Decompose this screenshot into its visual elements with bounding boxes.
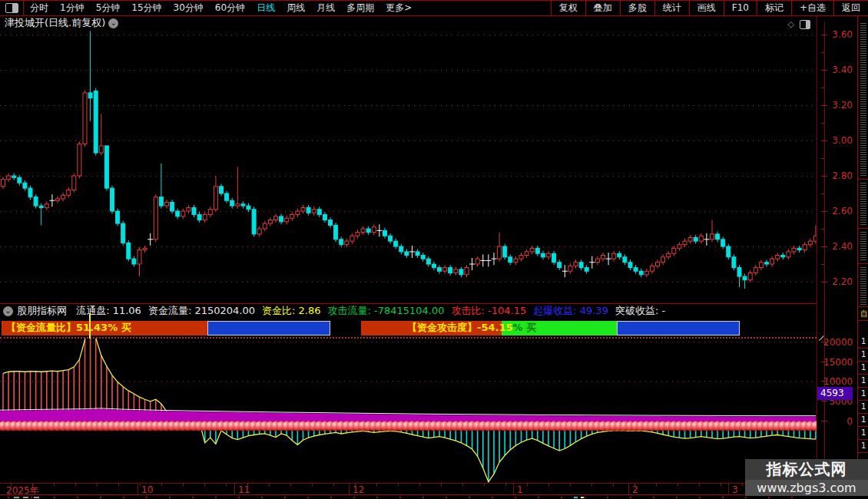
toolbar-period-9[interactable]: 多周期 [346, 2, 374, 15]
price-tick [821, 211, 827, 212]
indicator-field-0: 流通盘: 11.06 [76, 305, 141, 316]
bottom-tick [745, 497, 747, 498]
toolbar-period-0[interactable]: 分时 [30, 2, 48, 15]
toolbar-period-3[interactable]: 15分钟 [131, 2, 161, 15]
bottom-tick [54, 497, 55, 498]
bottom-tick [676, 497, 678, 498]
toolbar-period-2[interactable]: 5分钟 [96, 2, 121, 15]
toolbar-tool-0[interactable]: 复权 [551, 1, 585, 16]
bottom-tick [215, 497, 217, 498]
month-separator [513, 484, 514, 494]
price-tick [821, 35, 827, 35]
date-tick [570, 484, 571, 486]
bottom-tick [722, 497, 724, 498]
toolbar-period-4[interactable]: 30分钟 [174, 2, 204, 15]
bottom-tick [100, 497, 101, 498]
sidebar-separator [858, 361, 868, 362]
date-tick [441, 484, 442, 486]
date-tick [613, 484, 614, 486]
bottom-panel-sliver [0, 494, 868, 499]
toolbar-period-10[interactable]: 更多> [386, 2, 412, 15]
sidebar-vertical-text-2[interactable] [860, 231, 866, 260]
sidebar-rank-digit-7[interactable]: 1 [861, 428, 866, 437]
price-label-5: 2.60 [823, 206, 853, 216]
bottom-tick [422, 497, 424, 498]
bottom-tick [284, 497, 286, 498]
bottom-tick [768, 497, 770, 498]
month-separator [349, 484, 350, 494]
sidebar-rank-digit-3[interactable]: 1 [861, 376, 866, 385]
sidebar-rank-digit-0[interactable]: 1 [861, 337, 866, 345]
sidebar-vertical-text-0[interactable] [860, 22, 866, 176]
date-label-4: 1 [517, 484, 523, 495]
price-minor-tick [821, 52, 824, 53]
date-tick [678, 484, 678, 486]
toolbar-tool-5[interactable]: F10 [724, 1, 757, 16]
date-tick [419, 484, 420, 486]
toolbar-tool-6[interactable]: 标记 [757, 1, 791, 16]
indicator-field-2: 资金比: 2.86 [262, 305, 320, 316]
date-label-2: 11 [238, 484, 250, 495]
sidebar-rank-digit-8[interactable]: 1 [861, 441, 866, 450]
toolbar-tool-8[interactable]: 返回 [833, 1, 868, 16]
bottom-tick [515, 497, 516, 498]
sidebar-separator [858, 439, 868, 440]
sidebar-rank-digit-1[interactable]: 1 [861, 350, 866, 359]
toolbar-period-7[interactable]: 周线 [287, 2, 305, 15]
gauge2-suffix: % 买 [513, 322, 537, 333]
date-tick [312, 484, 313, 486]
money-flow-indicator-chart[interactable] [0, 337, 817, 483]
date-tick [376, 484, 377, 486]
toolbar-period-6[interactable]: 日线 [257, 2, 275, 15]
sidebar-rank-digit-4[interactable]: 1 [861, 389, 866, 398]
toolbar-tool-3[interactable]: 统计 [654, 1, 689, 16]
bottom-tick [653, 497, 654, 498]
sidebar-char[interactable]: 自 [860, 309, 868, 319]
sidebar-separator [858, 400, 868, 401]
indicator-header: ⌄股朋指标网 流通盘: 11.06资金流量: 2150204.00资金比: 2.… [0, 303, 817, 318]
bottom-tick [353, 497, 355, 498]
bottom-cyan-mark [574, 497, 578, 498]
date-tick [54, 484, 55, 486]
candlestick-chart[interactable] [0, 22, 817, 303]
month-separator [628, 484, 629, 494]
date-tick [75, 484, 76, 486]
date-tick [591, 484, 592, 486]
toolbar-tool-4[interactable]: 画线 [689, 1, 724, 16]
toolbar-tool-1[interactable]: 叠加 [585, 1, 620, 16]
sidebar-rank-digit-2[interactable]: 1 [861, 363, 866, 372]
gauge2-segment-2 [617, 321, 740, 335]
date-tick [97, 484, 98, 486]
sidebar-rank-digit-5[interactable]: 1 [861, 402, 866, 411]
date-axis: 2025年101112123 [0, 483, 817, 494]
layout-toggle-icon[interactable] [5, 3, 18, 13]
price-label-4: 2.80 [823, 170, 853, 181]
date-tick [140, 484, 141, 486]
toolbar-period-1[interactable]: 1分钟 [60, 2, 84, 15]
sidebar-separator [858, 306, 868, 307]
bottom-glyph [14, 497, 19, 498]
fund-flow-ratio-gauge[interactable]: 【资金流量比】51.43% 买 [2, 321, 330, 335]
right-sidebar[interactable]: 自111111111 [857, 16, 868, 494]
date-tick [721, 484, 721, 486]
sidebar-vertical-text-1[interactable] [860, 182, 866, 225]
indicator-value-badge: 4593 [817, 387, 853, 400]
indicator-source-label: 股朋指标网 [17, 305, 67, 316]
sidebar-separator [858, 179, 868, 180]
indicator-axis-label-4: 0 [823, 416, 853, 427]
bottom-tick [791, 497, 793, 498]
fund-attack-gauge[interactable]: 【资金攻击度】-54.15% 买 [361, 321, 740, 335]
sidebar-rank-digit-6[interactable]: 1 [861, 415, 866, 424]
tools-toolbar-right: 复权叠加多股统计画线F10标记+自选返回 [551, 1, 868, 15]
collapse-icon[interactable]: ⌄ [3, 306, 13, 316]
toolbar-tool-2[interactable]: 多股 [620, 1, 654, 16]
price-minor-tick [821, 229, 824, 230]
bottom-tick [238, 497, 240, 498]
price-tick [821, 105, 827, 106]
toolbar-period-5[interactable]: 60分钟 [215, 2, 245, 15]
toolbar-tool-7[interactable]: +自选 [791, 1, 833, 16]
indicator-axis-tick [821, 421, 827, 421]
price-label-3: 3.00 [823, 135, 853, 146]
sidebar-vertical-text-3[interactable] [860, 266, 866, 305]
toolbar-period-8[interactable]: 月线 [316, 2, 335, 15]
